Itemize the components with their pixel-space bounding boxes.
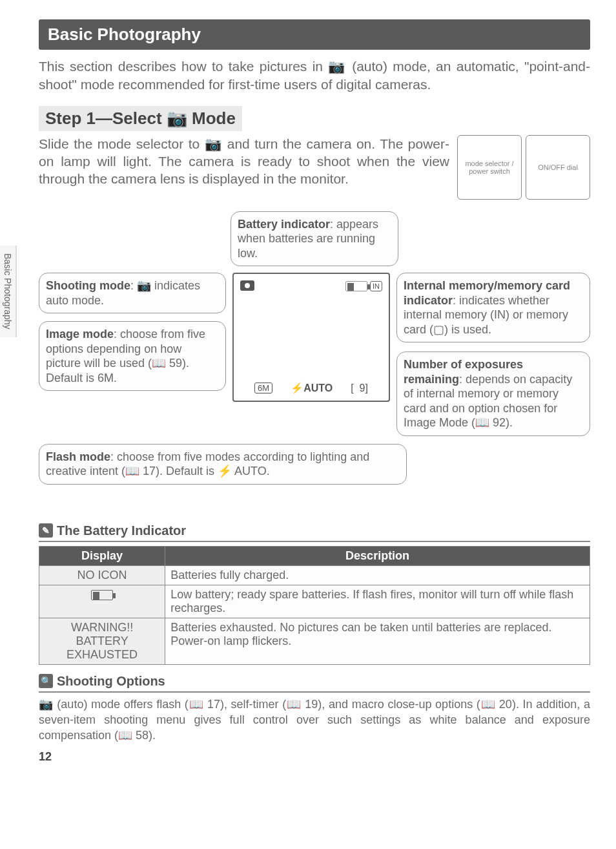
section-header: Basic Photography (39, 19, 590, 50)
table-row: WARNING!! BATTERY EXHAUSTED Batteries ex… (39, 618, 590, 664)
shooting-options-text: 📷 (auto) mode offers flash (📖 17), self-… (39, 697, 590, 744)
monitor-screen: IN 6M ⚡AUTO [ 9] (232, 273, 390, 402)
table-cell-description: Batteries exhausted. No pictures can be … (165, 618, 590, 664)
table-cell-description: Batteries fully charged. (165, 565, 590, 585)
intro-paragraph: This section describes how to take pictu… (39, 58, 590, 94)
battery-indicator-table: Display Description NO ICON Batteries fu… (39, 546, 590, 665)
screen-flash-mode-value: ⚡AUTO (291, 382, 333, 394)
shooting-options-header: 🔍 Shooting Options (39, 674, 590, 693)
screen-image-mode-value: 6M (254, 383, 272, 393)
table-header-row: Display Description (39, 546, 590, 565)
pencil-icon: ✎ (39, 523, 53, 538)
page-number: 12 (39, 750, 590, 764)
callout-exposures-remaining: Number of exposures remaining: depends o… (396, 351, 590, 436)
camera-icon (240, 280, 254, 291)
table-cell-display: NO ICON (39, 565, 165, 585)
table-header-display: Display (39, 546, 165, 565)
callout-image-mode: Image mode: choose from five options dep… (39, 321, 226, 391)
callout-shooting-mode: Shooting mode: 📷 indicates auto mode. (39, 273, 226, 313)
step-1-description: Slide the mode selector to 📷 and turn th… (39, 135, 449, 200)
table-row: NO ICON Batteries fully charged. (39, 565, 590, 585)
table-cell-display: WARNING!! BATTERY EXHAUSTED (39, 618, 165, 664)
callout-flash-mode: Flash mode: choose from five modes accor… (39, 444, 407, 485)
step-1-header: Step 1—Select 📷 Mode (39, 106, 242, 131)
callout-memory-indicator: Internal memory/memory card indicator: i… (396, 273, 590, 342)
screen-memory-icon: IN (345, 280, 382, 292)
table-cell-display (39, 585, 165, 618)
magnifier-icon: 🔍 (39, 674, 53, 688)
side-tab-label: Basic Photography (0, 246, 17, 337)
battery-indicator-header: ✎ The Battery Indicator (39, 523, 590, 542)
screen-shooting-mode-icon (240, 280, 254, 292)
power-switch-illustration: ON/OFF dial (526, 135, 590, 200)
table-row: Low battery; ready spare batteries. If f… (39, 585, 590, 618)
screen-exposures-remaining: [ 9] (351, 383, 368, 394)
low-battery-icon (91, 590, 113, 600)
callout-battery-indicator: Battery indicator: appears when batterie… (231, 211, 398, 267)
table-cell-description: Low battery; ready spare batteries. If f… (165, 585, 590, 618)
monitor-diagram: Battery indicator: appears when batterie… (39, 211, 590, 485)
mode-selector-illustration: mode selector / power switch (457, 135, 522, 200)
table-header-description: Description (165, 546, 590, 565)
